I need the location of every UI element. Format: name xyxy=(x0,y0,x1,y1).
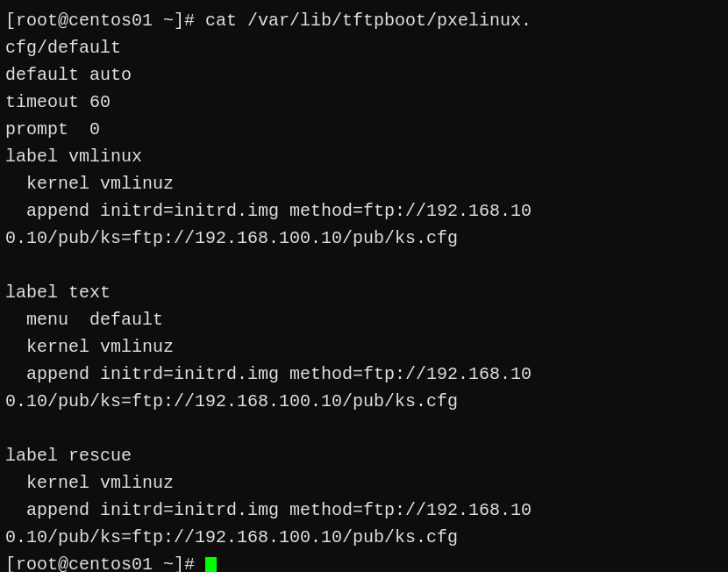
terminal-cursor xyxy=(205,557,217,572)
terminal-line: prompt 0 xyxy=(5,116,723,143)
terminal-line: 0.10/pub/ks=ftp://192.168.100.10/pub/ks.… xyxy=(5,388,723,415)
terminal-line: 0.10/pub/ks=ftp://192.168.100.10/pub/ks.… xyxy=(5,524,723,551)
terminal-line: append initrd=initrd.img method=ftp://19… xyxy=(5,361,723,388)
terminal-empty-line xyxy=(5,252,723,279)
terminal-empty-line xyxy=(5,415,723,442)
terminal-line: menu default xyxy=(5,306,723,333)
terminal-line: [root@centos01 ~]# cat /var/lib/tftpboot… xyxy=(5,7,723,34)
terminal-line: label rescue xyxy=(5,442,723,469)
terminal-line: append initrd=initrd.img method=ftp://19… xyxy=(5,497,723,524)
terminal-line: cfg/default xyxy=(5,34,723,61)
terminal-line: kernel vmlinuz xyxy=(5,333,723,361)
terminal-prompt-line: [root@centos01 ~]# xyxy=(5,551,723,572)
terminal-line: timeout 60 xyxy=(5,89,723,116)
terminal-line: 0.10/pub/ks=ftp://192.168.100.10/pub/ks.… xyxy=(5,225,723,252)
terminal-window: [root@centos01 ~]# cat /var/lib/tftpboot… xyxy=(5,7,723,565)
terminal-line: kernel vmlinuz xyxy=(5,170,723,197)
terminal-line: default auto xyxy=(5,61,723,89)
terminal-line: kernel vmlinuz xyxy=(5,469,723,497)
terminal-line: label text xyxy=(5,279,723,306)
terminal-line: label vmlinux xyxy=(5,143,723,170)
terminal-line: append initrd=initrd.img method=ftp://19… xyxy=(5,197,723,225)
